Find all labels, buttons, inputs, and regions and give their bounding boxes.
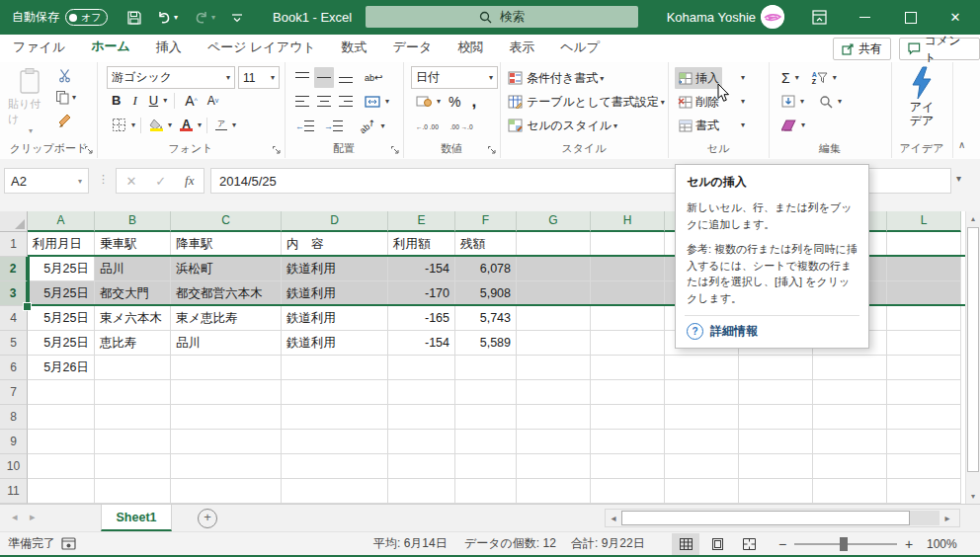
cell-D8[interactable] — [282, 405, 388, 430]
cell-C10[interactable] — [171, 454, 282, 479]
cell-F5[interactable]: 5,589 — [455, 331, 517, 356]
cell-I7[interactable] — [665, 380, 739, 405]
cell-C5[interactable]: 品川 — [171, 331, 282, 356]
cell-I11[interactable] — [665, 479, 739, 504]
cell-L8[interactable] — [887, 405, 961, 430]
hscroll-track[interactable] — [910, 511, 939, 525]
row-header-6[interactable]: 6 — [0, 356, 28, 380]
cell-A7[interactable] — [28, 380, 95, 405]
zoom-in-button[interactable]: + — [905, 532, 913, 555]
cell-A9[interactable] — [28, 430, 95, 454]
increase-indent-button[interactable]: → — [321, 116, 346, 136]
cell-G10[interactable] — [517, 454, 591, 479]
fill-dropdown-icon[interactable]: ▾ — [800, 97, 804, 106]
cell-B11[interactable] — [95, 479, 171, 504]
accounting-dropdown-icon[interactable]: ▾ — [437, 97, 441, 106]
tooltip-learn-more-link[interactable]: ? 詳細情報 — [687, 323, 858, 340]
cell-B6[interactable] — [95, 356, 171, 380]
cell-I9[interactable] — [665, 430, 739, 454]
number-dialog-launcher[interactable] — [487, 145, 497, 155]
cell-K9[interactable] — [813, 430, 887, 454]
cell-G6[interactable] — [517, 356, 591, 380]
cell-I6[interactable] — [665, 356, 739, 380]
status-sum[interactable]: 合計: 9月22日 — [571, 532, 645, 555]
cell-L1[interactable] — [887, 232, 961, 257]
row-header-7[interactable]: 7 — [0, 380, 28, 405]
insert-function-button[interactable]: fx — [185, 173, 194, 189]
cell-C3[interactable]: 都交都営六本木 — [171, 281, 282, 306]
hscroll-left-icon[interactable]: ◂ — [606, 513, 621, 523]
cell-B9[interactable] — [95, 430, 171, 454]
cell-G5[interactable] — [517, 331, 591, 356]
font-color-button[interactable]: A — [177, 115, 196, 135]
tab-help[interactable]: ヘルプ — [547, 35, 612, 62]
cell-L6[interactable] — [887, 356, 961, 380]
cell-L11[interactable] — [887, 479, 961, 504]
alignment-dialog-launcher[interactable] — [390, 145, 400, 155]
cell-H3[interactable] — [591, 281, 665, 306]
format-dropdown-icon[interactable]: ▾ — [741, 120, 745, 129]
phonetic-guide-button[interactable]: ア — [212, 115, 230, 135]
cell-G9[interactable] — [517, 430, 591, 454]
user-name[interactable]: Kohama Yoshie — [652, 0, 756, 35]
fill-button[interactable] — [778, 91, 798, 112]
cell-G8[interactable] — [517, 405, 591, 430]
fill-color-button[interactable] — [146, 115, 166, 135]
format-painter-button[interactable] — [57, 114, 72, 131]
font-color-dropdown-icon[interactable]: ▾ — [198, 120, 202, 129]
fill-color-dropdown-icon[interactable]: ▾ — [168, 120, 172, 129]
sheet-tab-sheet1[interactable]: Sheet1 — [101, 505, 172, 531]
cell-B2[interactable]: 品川 — [95, 257, 171, 281]
cell-J11[interactable] — [739, 479, 813, 504]
vertical-scrollbar[interactable]: ▴ ▾ — [965, 211, 980, 504]
cell-L4[interactable] — [887, 306, 961, 331]
cell-G2[interactable] — [517, 257, 591, 281]
cell-H11[interactable] — [591, 479, 665, 504]
share-button[interactable]: 共有 — [833, 38, 891, 60]
cell-L10[interactable] — [887, 454, 961, 479]
cell-G3[interactable] — [517, 281, 591, 306]
tab-home[interactable]: ホーム — [78, 35, 143, 65]
select-all-corner[interactable] — [0, 211, 28, 232]
percent-style-button[interactable]: % — [446, 91, 463, 112]
comma-style-button[interactable]: , — [468, 91, 479, 112]
cell-J8[interactable] — [739, 405, 813, 430]
underline-dropdown-icon[interactable]: ▾ — [163, 96, 167, 105]
col-header-F[interactable]: F — [455, 211, 517, 232]
name-box[interactable]: A2 ▾ — [4, 168, 89, 194]
row-header-8[interactable]: 8 — [0, 405, 28, 430]
row-header-5[interactable]: 5 — [0, 331, 28, 356]
italic-button[interactable]: I — [129, 90, 139, 111]
top-align-button[interactable] — [292, 67, 312, 88]
cell-E4[interactable]: -165 — [388, 306, 455, 331]
collapse-ribbon-button[interactable]: ∧ — [958, 139, 965, 150]
formula-bar-expand-icon[interactable]: ▾ — [956, 173, 961, 184]
cell-A2[interactable]: 5月25日 — [28, 257, 95, 281]
cell-C7[interactable] — [171, 380, 282, 405]
vertical-scroll-thumb[interactable] — [967, 227, 979, 472]
fill-handle[interactable] — [23, 302, 32, 311]
customize-toolbar-button[interactable] — [231, 0, 243, 35]
cell-L3[interactable] — [887, 281, 961, 306]
cell-L2[interactable] — [887, 257, 961, 281]
cell-J9[interactable] — [739, 430, 813, 454]
cell-H5[interactable] — [591, 331, 665, 356]
cell-I8[interactable] — [665, 405, 739, 430]
copy-button[interactable]: ▾ — [55, 90, 76, 105]
cell-H6[interactable] — [591, 356, 665, 380]
col-header-C[interactable]: C — [171, 211, 282, 232]
cell-B8[interactable] — [95, 405, 171, 430]
cell-B1[interactable]: 乗車駅 — [95, 232, 171, 257]
cell-A11[interactable] — [28, 479, 95, 504]
orientation-button[interactable]: ab↗ — [352, 111, 383, 141]
cell-H4[interactable] — [591, 306, 665, 331]
cell-F1[interactable]: 残額 — [455, 232, 517, 257]
cell-J7[interactable] — [739, 380, 813, 405]
accounting-format-button[interactable] — [413, 91, 435, 112]
cell-B5[interactable]: 恵比寿 — [95, 331, 171, 356]
insert-cells-button[interactable]: 挿入 — [675, 67, 722, 89]
phonetic-dropdown-icon[interactable]: ▾ — [232, 120, 236, 129]
zoom-level[interactable]: 100% — [927, 532, 957, 555]
delete-dropdown-icon[interactable]: ▾ — [741, 97, 745, 106]
cut-button[interactable] — [57, 68, 72, 86]
